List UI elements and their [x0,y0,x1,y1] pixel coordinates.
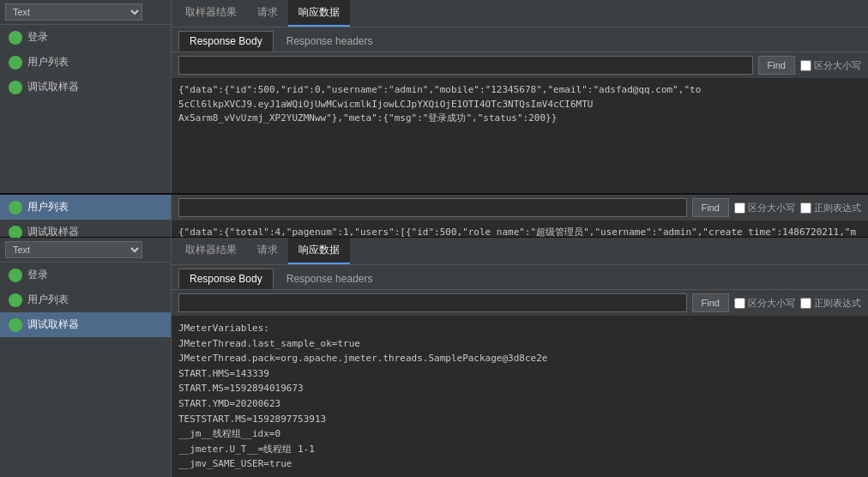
top-panel: Text 登录 用户列表 调试取样器 取样器结果 请求 响应数据 [0,0,868,195]
tab-sampler-results-bot[interactable]: 取样器结果 [175,238,247,264]
sidebar-item-debug-bot[interactable]: 调试取样器 [0,312,171,337]
tab-sampler-results-top[interactable]: 取样器结果 [175,0,247,27]
bottom-panel: Text 登录 用户列表 调试取样器 取样器结果 请求 响应数据 [0,238,868,477]
shield-icon-bot-2 [9,293,22,307]
middle-case-sensitive-checkbox[interactable] [734,202,745,214]
middle-panel: 用户列表 调试取样器 Find 区分大小写 正则表达式 [0,195,868,238]
bottom-sidebar-dropdown[interactable]: Text [5,241,142,258]
shield-icon-bot-3 [9,318,22,332]
sidebar-item-login-top[interactable]: 登录 [0,25,171,50]
jmeter-line-0: JMeterThread.last_sample_ok=true [178,336,861,352]
top-case-sensitive-checkbox[interactable] [800,60,811,71]
middle-response-body: {"data":{"total":4,"pagenum":1,"users":[… [172,220,868,237]
tab-request-bot[interactable]: 请求 [247,238,288,264]
top-sidebar-dropdown[interactable]: Text [5,3,142,21]
middle-find-button[interactable]: Find [692,198,729,217]
shield-icon-1 [9,31,22,45]
bottom-response-content: JMeterVariables: JMeterThread.last_sampl… [172,316,868,477]
main-container: Text 登录 用户列表 调试取样器 取样器结果 请求 响应数据 [0,0,868,477]
jmeter-line-2: START.HMS=143339 [178,366,861,382]
sidebar-item-userlist-mid[interactable]: 用户列表 [0,195,171,220]
bottom-sub-tab-bar: Response Body Response headers [172,265,868,290]
middle-regex-label: 正则表达式 [800,202,861,214]
top-tab-bar: 取样器结果 请求 响应数据 [172,0,868,27]
bottom-sidebar: Text 登录 用户列表 调试取样器 [0,238,172,477]
top-sidebar: Text 登录 用户列表 调试取样器 [0,0,172,193]
sub-tab-response-body-top[interactable]: Response Body [178,31,274,51]
bottom-search-input[interactable] [178,293,687,312]
jmeter-line-4: START.YMD=20200623 [178,396,861,412]
bottom-find-button[interactable]: Find [692,293,729,312]
bottom-tab-bar: 取样器结果 请求 响应数据 [172,238,868,265]
top-search-input[interactable] [178,56,753,75]
bottom-search-bar: Find 区分大小写 正则表达式 [172,290,868,316]
bottom-regex-checkbox[interactable] [800,298,811,309]
top-find-button[interactable]: Find [758,56,795,75]
jmeter-line-7: __jmeter.U_T__=线程组 1-1 [178,442,861,457]
jmeter-line-8: __jmv_SAME_USER=true [178,456,861,472]
tab-request-top[interactable]: 请求 [247,0,288,27]
jmeter-vars-label: JMeterVariables: [178,321,861,336]
tab-response-data-top[interactable]: 响应数据 [288,0,350,27]
bottom-sidebar-header: Text [0,238,171,263]
jmeter-line-3: START.MS=1592894019673 [178,381,861,396]
jmeter-line-5: TESTSTART.MS=1592897753913 [178,412,861,427]
top-case-sensitive-label: 区分大小写 [800,59,861,72]
sidebar-item-debug-top[interactable]: 调试取样器 [0,75,171,100]
tab-response-data-bot[interactable]: 响应数据 [288,238,350,264]
top-content: 取样器结果 请求 响应数据 Response Body Response hea… [172,0,868,193]
sub-tab-response-headers-bot[interactable]: Response headers [275,269,384,289]
jmeter-line-6: __jm__线程组__idx=0 [178,426,861,442]
sub-tab-response-body-bot[interactable]: Response Body [178,269,274,289]
shield-icon-bot-1 [9,269,22,282]
middle-search-input[interactable] [178,198,687,217]
jmeter-line-1: JMeterThread.pack=org.apache.jmeter.thre… [178,351,861,366]
sidebar-item-userlist-bot[interactable]: 用户列表 [0,287,171,312]
middle-sidebar: 用户列表 调试取样器 [0,195,172,237]
top-sub-tab-bar: Response Body Response headers [172,27,868,52]
bottom-content: 取样器结果 请求 响应数据 Response Body Response hea… [172,238,868,477]
bottom-case-sensitive-checkbox[interactable] [734,298,745,309]
shield-icon-3 [9,81,22,94]
sub-tab-response-headers-top[interactable]: Response headers [275,31,384,51]
top-search-bar: Find 区分大小写 [172,52,868,78]
shield-icon-mid-1 [9,201,22,214]
middle-search-bar: Find 区分大小写 正则表达式 [172,195,868,220]
bottom-case-sensitive-label: 区分大小写 [734,297,795,310]
shield-icon-2 [9,56,22,69]
middle-response-text: {"data":{"total":4,"pagenum":1,"users":[… [178,226,858,237]
bottom-regex-label: 正则表达式 [800,297,861,310]
middle-regex-checkbox[interactable] [800,202,811,214]
sidebar-item-login-bot[interactable]: 登录 [0,263,171,287]
top-sidebar-header: Text [0,0,171,25]
top-response-body: {"data":{"id":500,"rid":0,"username":"ad… [172,78,868,193]
top-response-text: {"data":{"id":500,"rid":0,"username":"ad… [178,84,701,124]
middle-content: Find 区分大小写 正则表达式 {"data":{"total":4,"pag… [172,195,868,237]
sidebar-item-userlist-top[interactable]: 用户列表 [0,50,171,75]
middle-case-sensitive-label: 区分大小写 [734,202,795,214]
